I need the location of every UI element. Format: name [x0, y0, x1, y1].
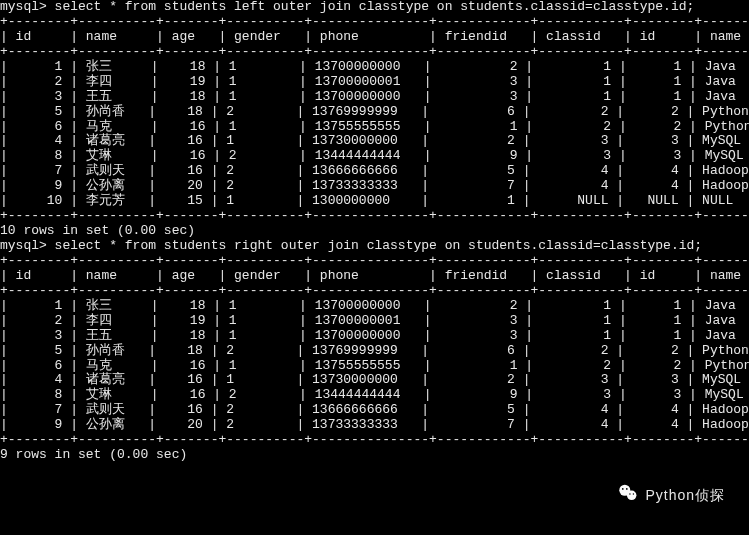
- result-footer: 10 rows in set (0.00 sec): [0, 224, 749, 239]
- svg-point-5: [633, 493, 634, 494]
- svg-point-0: [620, 485, 631, 496]
- table-row: | 8 | 艾琳 | 16 | 2 | 13444444444 | 9 | 3 …: [0, 149, 749, 164]
- table-header: | id | name | age | gender | phone | fri…: [0, 269, 749, 284]
- table-row: | 7 | 武则天 | 16 | 2 | 13666666666 | 5 | 4…: [0, 164, 749, 179]
- table-row: | 8 | 艾琳 | 16 | 2 | 13444444444 | 9 | 3 …: [0, 388, 749, 403]
- svg-point-2: [622, 488, 624, 490]
- table-row: | 9 | 公孙离 | 20 | 2 | 13733333333 | 7 | 4…: [0, 179, 749, 194]
- table-row: | 1 | 张三 | 18 | 1 | 13700000000 | 2 | 1 …: [0, 60, 749, 75]
- table-border: +--------+----------+-------+----------+…: [0, 254, 749, 269]
- table-header: | id | name | age | gender | phone | fri…: [0, 30, 749, 45]
- table-border: +--------+----------+-------+----------+…: [0, 284, 749, 299]
- table-row: | 7 | 武则天 | 16 | 2 | 13666666666 | 5 | 4…: [0, 403, 749, 418]
- table-row: | 1 | 张三 | 18 | 1 | 13700000000 | 2 | 1 …: [0, 299, 749, 314]
- table-border: +--------+----------+-------+----------+…: [0, 15, 749, 30]
- table-border: +--------+----------+-------+----------+…: [0, 209, 749, 224]
- table-row: | 3 | 王五 | 18 | 1 | 13700000000 | 3 | 1 …: [0, 90, 749, 105]
- table-row: | 4 | 诸葛亮 | 16 | 1 | 13730000000 | 2 | 3…: [0, 373, 749, 388]
- table-row: | 2 | 李四 | 19 | 1 | 13700000001 | 3 | 1 …: [0, 75, 749, 90]
- watermark-text: Python侦探: [645, 487, 725, 503]
- table-row: | 9 | 公孙离 | 20 | 2 | 13733333333 | 7 | 4…: [0, 418, 749, 433]
- svg-point-1: [627, 491, 637, 501]
- mysql-terminal[interactable]: mysql> select * from students left outer…: [0, 0, 749, 463]
- watermark: Python侦探: [617, 482, 725, 509]
- result-footer: 9 rows in set (0.00 sec): [0, 448, 749, 463]
- table-border: +--------+----------+-------+----------+…: [0, 45, 749, 60]
- table-border: +--------+----------+-------+----------+…: [0, 433, 749, 448]
- table-row: | 4 | 诸葛亮 | 16 | 1 | 13730000000 | 2 | 3…: [0, 134, 749, 149]
- table-row: | 5 | 孙尚香 | 18 | 2 | 13769999999 | 6 | 2…: [0, 105, 749, 120]
- table-row: | 5 | 孙尚香 | 18 | 2 | 13769999999 | 6 | 2…: [0, 344, 749, 359]
- wechat-icon: [617, 482, 639, 509]
- sql-query: mysql> select * from students right oute…: [0, 239, 749, 254]
- table-row: | 3 | 王五 | 18 | 1 | 13700000000 | 3 | 1 …: [0, 329, 749, 344]
- table-row: | 2 | 李四 | 19 | 1 | 13700000001 | 3 | 1 …: [0, 314, 749, 329]
- svg-point-4: [630, 493, 631, 494]
- svg-point-3: [626, 488, 628, 490]
- sql-query: mysql> select * from students left outer…: [0, 0, 749, 15]
- table-row: | 10 | 李元芳 | 15 | 1 | 1300000000 | 1 | N…: [0, 194, 749, 209]
